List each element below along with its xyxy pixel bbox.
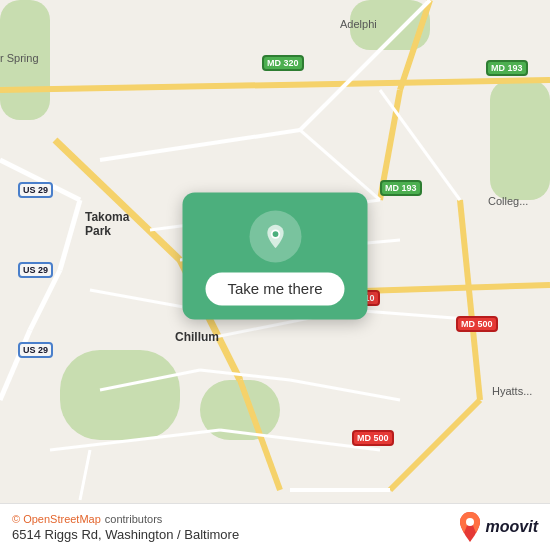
label-chillum: Chillum: [175, 330, 219, 344]
bottom-bar: © OpenStreetMap contributors 6514 Riggs …: [0, 503, 550, 550]
label-hyatts: Hyatts...: [492, 385, 532, 397]
osm-copyright: © OpenStreetMap: [12, 513, 101, 525]
svg-point-32: [466, 518, 474, 526]
label-adelphi: Adelphi: [340, 18, 377, 30]
svg-line-13: [100, 130, 300, 160]
svg-line-12: [390, 400, 480, 490]
badge-md193-2: MD 193: [380, 180, 422, 196]
svg-line-19: [100, 370, 200, 390]
svg-line-11: [460, 200, 480, 400]
svg-point-31: [272, 231, 278, 237]
badge-md320: MD 320: [262, 55, 304, 71]
osm-contributors: contributors: [105, 513, 162, 525]
label-spring: r Spring: [0, 52, 39, 64]
map-container: Adelphi TakomaPark Chillum Colleg... Hya…: [0, 0, 550, 550]
moovit-logo: moovit: [458, 512, 538, 542]
moovit-brand-text: moovit: [486, 518, 538, 536]
moovit-pin-icon: [458, 512, 482, 542]
svg-line-25: [300, 130, 380, 200]
badge-md500-1: MD 500: [456, 316, 498, 332]
label-takoma: TakomaPark: [85, 210, 129, 238]
badge-us29-2: US 29: [18, 262, 53, 278]
location-pin-icon: [261, 222, 289, 250]
badge-md193-1: MD 193: [486, 60, 528, 76]
svg-line-20: [200, 370, 290, 380]
svg-line-2: [30, 270, 60, 330]
badge-us29-3: US 29: [18, 342, 53, 358]
badge-md500-2: MD 500: [352, 430, 394, 446]
svg-line-1: [60, 200, 80, 270]
attribution: © OpenStreetMap contributors: [12, 513, 239, 525]
svg-line-7: [0, 80, 550, 90]
svg-line-21: [290, 380, 400, 400]
badge-us29-1: US 29: [18, 182, 53, 198]
label-college: Colleg...: [488, 195, 528, 207]
svg-line-3: [0, 330, 30, 400]
take-me-there-button[interactable]: Take me there: [205, 272, 344, 305]
svg-line-22: [50, 430, 220, 450]
popup-card: Take me there: [183, 192, 368, 319]
address-label: 6514 Riggs Rd, Washington / Baltimore: [12, 527, 239, 542]
svg-line-28: [80, 450, 90, 500]
location-icon-circle: [249, 210, 301, 262]
